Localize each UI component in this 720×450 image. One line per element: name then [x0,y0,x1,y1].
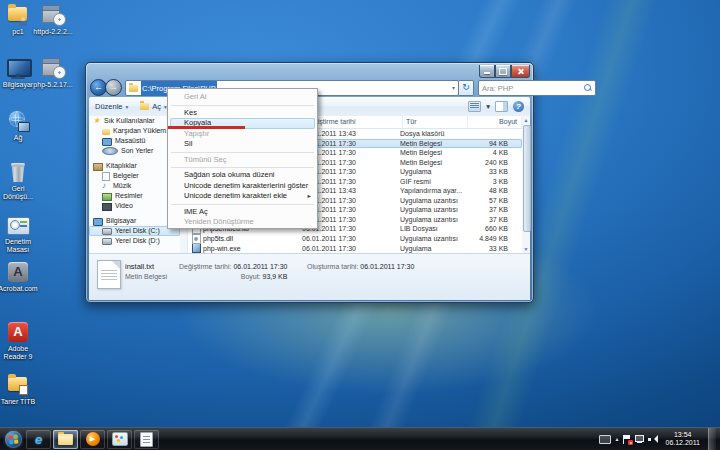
taskbar-button-internet-explorer[interactable]: e [26,430,51,449]
clock-date: 06.12.2011 [665,439,700,447]
desktop-icon-httpd-installer[interactable]: httpd-2.2.2... [31,4,75,36]
desktop-icon-label: Denetim Masası [0,238,40,253]
menu-item-insert-unicode[interactable]: Unicode denetim karakteri ekle► [168,191,317,202]
menu-item-undo: Geri Al [168,92,317,103]
desktop-icon-taner-folder[interactable]: Taner TİTB [0,374,40,406]
documents-icon [102,172,110,181]
maximize-icon [499,68,507,75]
scrollbar-thumb[interactable] [523,125,531,232]
installer-package-icon [40,4,66,26]
desktop-icon-network[interactable]: Ağ [0,110,40,142]
taskbar-button-document-app[interactable] [134,430,159,449]
desktop-icon-label: php-5.2.17... [31,81,75,89]
menu-separator [171,204,314,205]
explorer-folder-icon [58,434,73,445]
details-pane: install.txt Metin Belgesi Değiştirme tar… [89,253,530,300]
selected-file-name: install.txt [125,262,167,272]
menu-separator [171,105,314,106]
recent-places-icon [102,147,118,155]
taskbar-clock[interactable]: 13:54 06.12.2011 [661,431,704,447]
pictures-icon [102,193,112,201]
show-desktop-button[interactable] [708,428,716,450]
folder-icon [129,85,138,92]
desktop-icon-php-installer[interactable]: php-5.2.17... [31,57,75,89]
desktop-icon-acrobat-com[interactable]: A Acrobat.com [0,261,40,293]
menu-item-cut[interactable]: Kes [168,108,317,119]
speaker-icon[interactable] [648,435,657,443]
change-view-icon[interactable] [468,101,481,112]
installer-package-icon [40,57,66,79]
close-button[interactable] [511,65,530,78]
exe-file-icon [192,244,201,254]
chevron-down-icon[interactable]: ▾ [486,102,490,111]
organize-button[interactable]: Düzenle ▾ [89,100,134,113]
minimize-button[interactable] [479,65,495,78]
computer-icon [93,218,103,226]
desktop-icon-label: Adobe Reader 9 [0,345,40,360]
taskbar-button-media-player[interactable]: ▶ [80,430,105,449]
close-icon [517,68,524,75]
scroll-up-icon[interactable]: ▲ [522,116,530,124]
desktop-icon-recycle-bin[interactable]: Geri Dönüşü... [0,161,40,200]
menu-separator [171,167,314,168]
table-row[interactable]: php-win.exe06.01.2011 17:30Uygulama33 KB [189,244,522,254]
minimize-icon [484,72,490,74]
adobe-reader-icon: A [5,321,31,343]
folder-icon [5,374,31,396]
help-icon[interactable]: ? [513,101,524,112]
desktop-icon-label: Geri Dönüşü... [0,185,40,200]
search-box[interactable]: Ara: PHP [478,80,596,96]
network-icon[interactable] [635,435,644,443]
flag-alert-badge: x [628,440,633,445]
taskbar: e ▶ ▲ x 13:54 06.12.2011 [0,427,720,450]
menu-item-ime-open[interactable]: IME Aç [168,207,317,218]
submenu-arrow-icon: ► [307,191,317,202]
menu-item-show-unicode[interactable]: Unicode denetim karakterlerini göster [168,181,317,192]
network-globe-icon [5,110,31,132]
maximize-button[interactable] [495,65,511,78]
downloads-folder-icon [102,129,110,135]
created-date: Oluşturma tarihi: 06.01.2011 17:30 [307,262,414,272]
menu-item-delete[interactable]: Sil [168,139,317,150]
column-header-type[interactable]: Tür [403,116,468,128]
caption-buttons [479,65,530,78]
preview-pane-icon[interactable] [495,101,508,112]
keyboard-language-icon[interactable] [599,435,611,444]
star-icon: ★ [93,117,101,125]
shared-folder-icon [5,4,31,26]
show-hidden-icons-chevron[interactable]: ▲ [615,436,620,442]
desktop-icon-adobe-reader[interactable]: A Adobe Reader 9 [0,321,40,360]
action-center-flag-icon[interactable]: x [623,435,631,444]
scroll-down-icon[interactable]: ▼ [522,245,530,253]
computer-icon [5,57,31,79]
search-icon [584,84,592,92]
nav-item-local-disk-d[interactable]: Yerel Disk (D:) [89,236,180,246]
menu-item-rtl-reading[interactable]: Sağdan sola okuma düzeni [168,170,317,181]
organize-label: Düzenle [95,102,123,111]
search-placeholder-text: Ara: PHP [482,82,513,95]
menu-item-reconversion: Yeniden Dönüştürme [168,217,317,228]
taskbar-button-paint[interactable] [107,430,132,449]
acrobat-com-icon: A [5,261,31,283]
system-tray: ▲ x 13:54 06.12.2011 [599,428,720,450]
forward-button[interactable]: → [105,79,122,96]
desktop-icon-control-panel[interactable]: Denetim Masası [0,214,40,253]
column-header-size[interactable]: Boyut [468,116,522,128]
disk-drive-icon [102,238,112,245]
control-panel-icon [5,214,31,236]
start-button[interactable] [5,431,22,448]
table-row[interactable]: php5ts.dll06.01.2011 17:30Uygulama uzant… [189,234,522,244]
disk-drive-icon [102,228,112,235]
chevron-down-icon: ▾ [126,104,129,110]
file-list-scrollbar[interactable]: ▲ ▼ [522,116,530,253]
refresh-button[interactable]: ↻ [459,80,474,96]
address-dropdown-icon[interactable]: ▾ [449,82,458,95]
media-player-icon: ▶ [86,432,100,446]
taskbar-button-explorer-active[interactable] [53,430,78,449]
windows-logo-icon [9,434,19,444]
dll-file-icon [192,234,201,244]
music-note-icon: ♪ [102,182,110,190]
menu-item-select-all: Tümünü Seç [168,155,317,166]
selected-file-summary: install.txt Metin Belgesi [125,262,167,282]
selected-file-type: Metin Belgesi [125,272,167,282]
